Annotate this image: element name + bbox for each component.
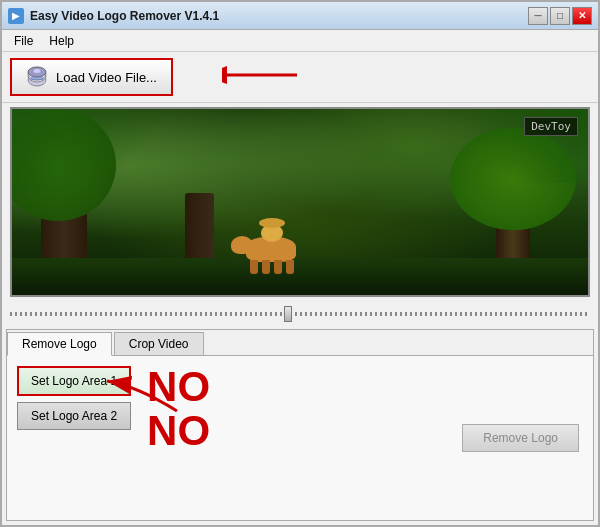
load-video-button[interactable]: Load Video File...: [10, 58, 173, 96]
video-preview-container: DevToy: [10, 107, 590, 297]
menu-help[interactable]: Help: [41, 32, 82, 50]
arrow-annotation-load: [222, 60, 302, 90]
close-button[interactable]: ✕: [572, 7, 592, 25]
menu-file[interactable]: File: [6, 32, 41, 50]
character-group: [236, 227, 306, 262]
tab-bar: Remove Logo Crop Video: [7, 330, 593, 356]
scrubber-dots: [10, 312, 590, 316]
load-button-label: Load Video File...: [56, 70, 157, 85]
title-bar: ▶ Easy Video Logo Remover V1.4.1 ─ □ ✕: [2, 2, 598, 30]
minimize-button[interactable]: ─: [528, 7, 548, 25]
toolbar: Load Video File...: [2, 52, 598, 103]
logo-area-arrow-icon: [97, 366, 197, 416]
tab-content-remove-logo: Set Logo Area 1 Set Logo Area 2 NO NO Re…: [7, 356, 593, 520]
video-preview: DevToy: [12, 109, 588, 295]
scrubber-thumb[interactable]: [284, 306, 292, 322]
maximize-button[interactable]: □: [550, 7, 570, 25]
window-title: Easy Video Logo Remover V1.4.1: [30, 9, 528, 23]
warthog: [236, 227, 306, 262]
tabs-container: Remove Logo Crop Video Set Logo Area 1 S: [6, 329, 594, 521]
scrubber-container: [2, 301, 598, 329]
tab-crop-video[interactable]: Crop Video: [114, 332, 204, 355]
remove-logo-button[interactable]: Remove Logo: [462, 424, 579, 452]
ground: [12, 258, 588, 295]
video-watermark: DevToy: [524, 117, 578, 136]
svg-point-4: [33, 69, 41, 74]
arrow-annotation-logo: [97, 366, 197, 419]
leaf-overlay-left: [12, 109, 214, 193]
load-arrow-icon: [222, 60, 302, 90]
menu-bar: File Help: [2, 30, 598, 52]
app-icon: ▶: [8, 8, 24, 24]
main-window: ▶ Easy Video Logo Remover V1.4.1 ─ □ ✕ F…: [0, 0, 600, 527]
window-controls: ─ □ ✕: [528, 7, 592, 25]
tab-remove-logo[interactable]: Remove Logo: [7, 332, 112, 356]
scrubber-track[interactable]: [10, 305, 590, 323]
load-video-icon: [26, 66, 48, 88]
